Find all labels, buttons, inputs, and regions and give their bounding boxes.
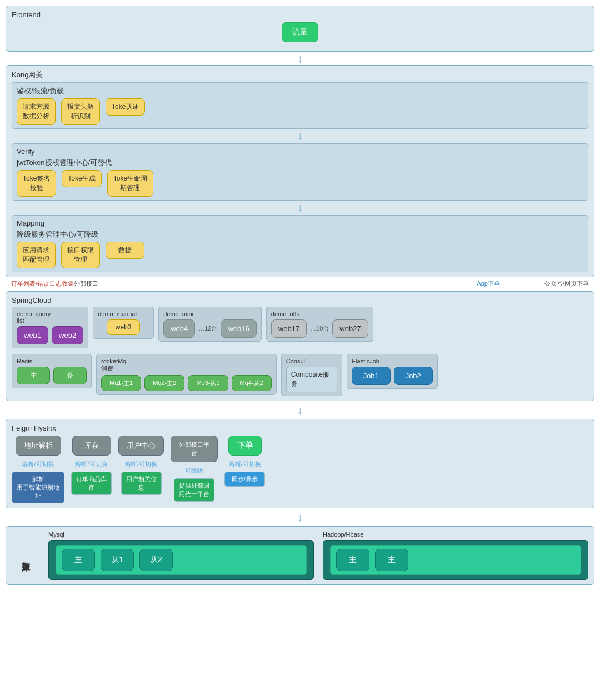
offa-dots: …10台: [310, 324, 329, 333]
verify-box-3: Toke生命周期管理: [107, 170, 153, 197]
feign-ext-sub: 提供外部调用统一平台: [174, 478, 214, 502]
kong-section: Kong网关 鉴权/限流/负载 请求方源数据分析 报文头解析识别 Toke认证 …: [6, 65, 594, 277]
app-order-label: App下单: [477, 279, 500, 288]
web3-node: web3: [107, 319, 140, 335]
web17-node: web17: [271, 319, 307, 338]
redis-label: Redis: [17, 358, 87, 364]
kong-auth-label: 鉴权/限流/负载: [17, 86, 583, 96]
hadoop-label: Hadoop/Hbase: [323, 531, 588, 538]
arrow-5: ↓: [6, 512, 594, 523]
mapping-label: Mapping: [17, 219, 583, 227]
arrow-4: ↓: [6, 404, 594, 416]
mq1-node: Mq1-主1: [101, 375, 141, 391]
mapping-box-1: 应用请求匹配管理: [17, 242, 56, 268]
kong-box-2: 报文头解析识别: [61, 98, 100, 125]
web2-node: web2: [52, 326, 83, 344]
kong-box-1: 请求方源数据分析: [17, 98, 56, 125]
mq4-node: Mq4-从2: [232, 375, 272, 391]
web4-node: web4: [163, 319, 195, 338]
rocketmq-card: rocketMq消费 Mq1-主1 Mq2-主2 Mq3-从1 Mq4-从2: [96, 354, 277, 395]
database-section: 数据库 Mysql 主 从1 从2 Hadoop/Hbase 主 主: [6, 526, 594, 585]
feign-addr-switch: 熔断/可切换: [22, 460, 54, 468]
feign-addr-btn: 地址解析: [16, 436, 61, 456]
service-card-mini: demo_mini web4 …12台 web16: [158, 307, 262, 342]
verify-section: Verify jwtToken授权管理中心/可替代 Toke签名校验 Toke生…: [12, 143, 588, 201]
hadoop-master2: 主: [375, 549, 408, 571]
job1-node: Job1: [352, 367, 391, 385]
mq2-node: Mq2-主2: [144, 375, 184, 391]
feign-addr-sub: 解析用于智能识别地址: [12, 472, 64, 503]
frontend-section: Frontend 流量: [6, 6, 594, 52]
frontend-label: Frontend: [12, 11, 588, 19]
consul-card: Consul Composite服务: [281, 354, 342, 396]
rocketmq-label: rocketMq消费: [101, 358, 272, 373]
mapping-sub: 降级服务管理中心/可降级: [17, 229, 583, 239]
elasticjob-card: ElasticJob Job1 Job2: [347, 354, 438, 389]
mapping-box-2: 接口权限管理: [61, 242, 100, 268]
hadoop-inner: 主 主: [330, 545, 581, 575]
elasticjob-label: ElasticJob: [352, 358, 433, 364]
consul-inner: Composite服务: [286, 367, 337, 392]
feign-stock-btn: 库存: [72, 436, 111, 456]
web1-node: web1: [17, 326, 48, 344]
redis-master: 主: [17, 367, 50, 384]
mysql-slave2: 从2: [139, 549, 173, 571]
mysql-slave1: 从1: [101, 549, 134, 571]
mysql-inner: 主 从1 从2: [56, 545, 307, 575]
springcloud-section: SpringCloud demo_query_list web1 web2 de…: [6, 291, 594, 401]
service-name-manual: demo_manual: [98, 311, 149, 317]
springcloud-label: SpringCloud: [12, 296, 588, 304]
mq3-node: Mq3-从1: [188, 375, 228, 391]
mysql-label: Mysql: [48, 531, 314, 538]
feign-order-sub: 同步/异步: [224, 472, 265, 487]
feign-ext-btn: 外部接口平台: [171, 436, 218, 462]
mapping-section: Mapping 降级服务管理中心/可降级 应用请求匹配管理 接口权限管理 数据: [12, 215, 588, 272]
service-name-mini: demo_mini: [163, 311, 257, 317]
service-name-query: demo_query_list: [17, 311, 83, 324]
service-card-offa: demo_offa web17 …10台 web27: [266, 307, 373, 342]
hadoop-master1: 主: [336, 549, 369, 571]
feign-order-btn: 下单: [228, 436, 262, 456]
hadoop-section: 主 主: [323, 540, 588, 580]
feign-user-btn: 用户中心: [118, 436, 164, 456]
verify-box-2: Toke生成: [62, 170, 101, 187]
feign-order-switch: 熔断/可切换: [229, 460, 261, 468]
arrow-2: ↓: [12, 130, 588, 141]
redis-backup: 备: [53, 367, 87, 384]
mysql-master: 主: [62, 549, 95, 571]
mini-dots: …12台: [198, 324, 217, 333]
feign-label: Feign+Hystrix: [12, 424, 588, 432]
mysql-card: Mysql 主 从1 从2: [48, 531, 314, 580]
kong-box-3: Toke认证: [106, 98, 145, 116]
kong-inner: 鉴权/限流/负载 请求方源数据分析 报文头解析识别 Toke认证: [12, 82, 588, 129]
service-card-query: demo_query_list web1 web2: [12, 307, 88, 348]
feign-stock-switch: 熔断/可切换: [75, 460, 107, 468]
web27-node: web27: [332, 319, 368, 338]
arrow-1: ↓: [6, 53, 594, 64]
consul-composite: Composite服务: [291, 371, 329, 388]
feign-user-sub: 用户相关信息: [121, 472, 162, 495]
feign-section: Feign+Hystrix 地址解析 熔断/可切换 解析用于智能识别地址 库存 …: [6, 419, 594, 508]
feign-ext-switch: 可降级: [185, 467, 203, 475]
flow-button[interactable]: 流量: [282, 22, 318, 42]
verify-box-1: Toke签名校验: [17, 170, 56, 197]
redis-card: Redis 主 备: [12, 354, 92, 388]
verify-sub: jwtToken授权管理中心/可替代: [17, 158, 583, 168]
hadoop-card: Hadoop/Hbase 主 主: [323, 531, 588, 580]
service-card-manual: demo_manual web3: [93, 307, 154, 339]
order-outer-label: 订单列表/错误日志收集外部接口: [11, 279, 98, 288]
public-order-label: 公众号/网页下单: [544, 279, 589, 288]
verify-label: Verify: [17, 147, 583, 156]
consul-label: Consul: [286, 358, 337, 364]
service-name-offa: demo_offa: [271, 311, 368, 317]
mysql-section: 主 从1 从2: [48, 540, 314, 580]
feign-stock-sub: 订单商品库存: [71, 472, 112, 495]
job2-node: Job2: [394, 367, 433, 385]
arrow-3: ↓: [12, 202, 588, 213]
web16-node: web16: [221, 319, 256, 338]
mapping-box-3: 数据: [106, 242, 144, 259]
feign-user-switch: 熔断/可切换: [125, 460, 157, 468]
kong-label: Kong网关: [12, 70, 588, 80]
